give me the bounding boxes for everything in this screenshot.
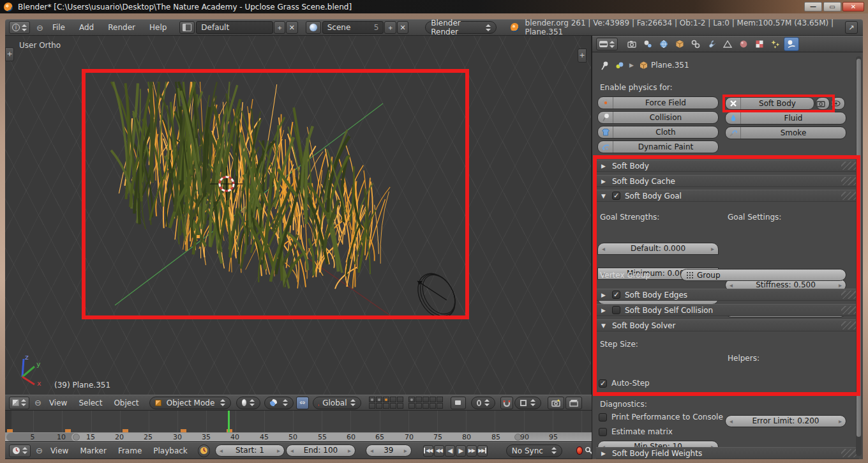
menu-object[interactable]: Object — [110, 398, 142, 407]
pivot-point-dropdown[interactable] — [264, 397, 294, 409]
screen-layout-icon-button[interactable] — [179, 21, 195, 34]
ruler-scroll-left-cap[interactable] — [6, 433, 77, 441]
cloth-button[interactable]: Cloth — [597, 126, 719, 139]
proportional-edit-dropdown[interactable] — [471, 397, 495, 409]
editor-type-button-3dview[interactable] — [9, 397, 29, 409]
tab-constraints[interactable] — [688, 37, 703, 51]
breadcrumb-object-name[interactable]: Plane.351 — [651, 61, 689, 70]
editor-type-button-properties[interactable] — [596, 38, 618, 50]
timeline-track[interactable]: 5 10 15 20 25 30 35 40 45 50 55 60 65 70… — [5, 411, 592, 442]
menu-render[interactable]: Render — [104, 23, 139, 32]
snap-toggle-button[interactable] — [500, 397, 513, 409]
lock-to-scene-button[interactable] — [451, 397, 466, 409]
tab-material[interactable] — [736, 37, 751, 51]
menu-view[interactable]: View — [47, 446, 72, 455]
frame-start-field[interactable]: Start: 1 — [215, 444, 285, 457]
estimate-matrix-checkbox[interactable] — [599, 428, 607, 436]
tab-modifiers[interactable] — [704, 37, 719, 51]
layers-widget-bottom[interactable] — [408, 397, 443, 409]
close-button[interactable]: ✕ — [842, 2, 864, 11]
scene-field[interactable]: Scene 5 — [322, 21, 384, 34]
soft-body-render-toggle[interactable] — [816, 97, 830, 110]
panel-soft-body-solver[interactable]: ▼ Soft Body Solver — [596, 319, 859, 331]
transform-orientation-dropdown[interactable]: Global — [313, 397, 361, 409]
self-collision-checkbox[interactable] — [612, 306, 620, 314]
scene-delete-button[interactable]: ✕ — [397, 21, 408, 34]
frame-end-field[interactable]: End: 100 — [286, 444, 355, 457]
panel-soft-body[interactable]: ▶ Soft Body — [596, 160, 859, 172]
properties-region-expand-tab[interactable]: + — [578, 49, 587, 63]
collision-button[interactable]: Collision — [597, 111, 719, 124]
jump-to-end-button[interactable]: ▶▶ — [477, 445, 488, 457]
menu-playback[interactable]: Playback — [149, 446, 191, 455]
soft-body-button[interactable]: Soft Body — [725, 97, 814, 110]
menu-help[interactable]: Help — [146, 23, 170, 32]
jump-next-keyframe-button[interactable]: ▶▶ — [467, 445, 477, 457]
window-duplicate-icon[interactable]: ↗ — [845, 21, 858, 34]
fluid-button[interactable]: Fluid — [725, 112, 846, 125]
manipulator-toggle-button[interactable]: ⇔ — [296, 397, 309, 409]
screen-layout-field[interactable]: Default — [196, 21, 273, 34]
render-engine-dropdown[interactable]: Blender Render — [425, 21, 496, 34]
vertex-group-field[interactable]: Group — [680, 269, 846, 281]
render-opengl-anim-button[interactable] — [565, 397, 582, 409]
render-opengl-button[interactable] — [548, 397, 564, 409]
menu-frame[interactable]: Frame — [114, 446, 146, 455]
jump-to-start-button[interactable]: ◀◀ — [423, 445, 433, 457]
panel-soft-body-self-collision[interactable]: ▶ Soft Body Self Collision — [596, 304, 859, 316]
jump-prev-keyframe-button[interactable]: ◀◀ — [434, 445, 444, 457]
menu-file[interactable]: File — [49, 23, 69, 32]
scrollbar-thumb[interactable] — [857, 59, 861, 437]
editor-type-button-info[interactable]: i — [9, 21, 30, 34]
ruler-scroll-left-knob[interactable] — [73, 434, 80, 441]
force-field-button[interactable]: Force Field — [597, 96, 719, 109]
soft-body-view-toggle[interactable] — [831, 97, 845, 110]
mode-dropdown[interactable]: Object Mode — [149, 397, 231, 409]
smoke-button[interactable]: Smoke — [725, 126, 846, 139]
maximize-button[interactable]: ▭ — [823, 2, 841, 11]
layout-add-button[interactable]: ＋ — [274, 21, 285, 34]
tab-texture[interactable] — [752, 37, 767, 51]
tab-physics[interactable] — [784, 37, 799, 51]
play-button[interactable]: ▶ — [456, 445, 466, 457]
tab-render[interactable] — [624, 37, 640, 51]
goal-default-slider[interactable]: Default: 0.000 — [597, 243, 719, 255]
play-reverse-button[interactable]: ◀ — [445, 445, 455, 457]
error-limit-slider[interactable]: Error Limit: 0.200 — [725, 415, 846, 427]
panel-soft-body-goal[interactable]: ▼ ✓ Soft Body Goal — [596, 190, 859, 202]
print-performance-checkbox[interactable] — [599, 413, 607, 421]
sync-dropdown[interactable]: No Sync — [506, 444, 562, 457]
panel-soft-body-edges[interactable]: ▶ ✓ Soft Body Edges — [596, 289, 859, 301]
goal-checkbox[interactable]: ✓ — [612, 192, 620, 200]
tab-particles[interactable] — [768, 37, 783, 51]
menu-select[interactable]: Select — [75, 398, 106, 407]
properties-scrollbar[interactable] — [856, 56, 862, 456]
toolshelf-expand-tab[interactable]: + — [5, 47, 14, 61]
current-frame-field[interactable]: 39 — [366, 444, 412, 457]
ruler-scroll-handle[interactable] — [71, 433, 525, 441]
menu-marker[interactable]: Marker — [76, 446, 110, 455]
dynamic-paint-button[interactable]: Dynamic Paint — [597, 140, 719, 153]
current-frame-line[interactable] — [228, 411, 230, 432]
scene-add-button[interactable]: ＋ — [384, 21, 396, 34]
editor-type-button-timeline[interactable] — [9, 444, 31, 457]
only-selected-toggle-button[interactable] — [198, 444, 210, 457]
layers-widget-top[interactable] — [369, 397, 403, 409]
panel-soft-body-field-weights[interactable]: ▶ Soft Body Field Weights — [596, 447, 859, 459]
edges-checkbox[interactable]: ✓ — [612, 291, 620, 299]
collapse-menus-icon[interactable]: ⊖ — [34, 398, 41, 407]
tab-object-data[interactable] — [720, 37, 735, 51]
viewport-shading-dropdown[interactable] — [236, 397, 260, 409]
collapse-menus-icon[interactable]: ⊖ — [36, 446, 43, 455]
scene-icon-button[interactable] — [306, 21, 321, 34]
viewport-3d[interactable]: User Ortho + + z y x (39) Plane.351 — [5, 36, 592, 395]
menu-add[interactable]: Add — [75, 23, 98, 32]
tab-scene[interactable] — [640, 37, 655, 51]
menu-view[interactable]: View — [45, 398, 71, 407]
record-icon[interactable] — [576, 446, 583, 455]
collapse-menus-icon[interactable]: ⊖ — [36, 23, 43, 33]
keying-set-icon[interactable] — [585, 446, 592, 455]
timeline-ruler[interactable]: 5 10 15 20 25 30 35 40 45 50 55 60 65 70… — [5, 432, 592, 442]
snap-element-dropdown[interactable] — [514, 397, 541, 409]
tab-object[interactable] — [672, 37, 687, 51]
